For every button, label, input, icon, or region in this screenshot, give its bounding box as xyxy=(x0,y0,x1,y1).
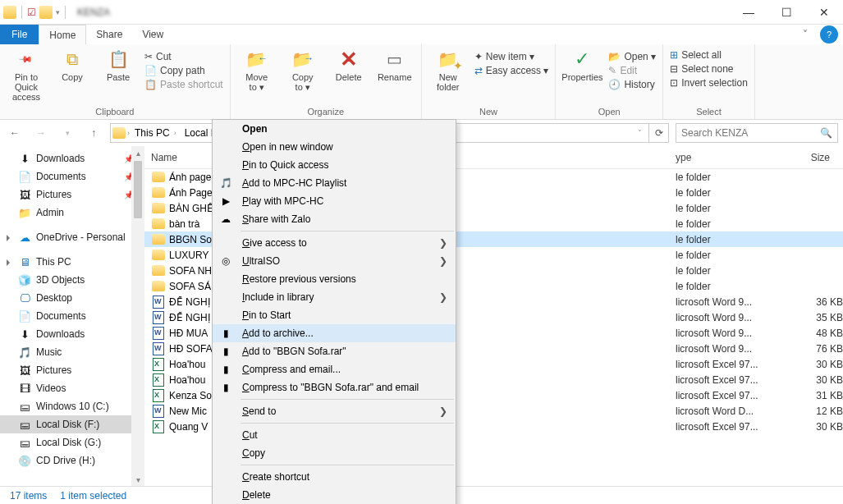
context-menu-item[interactable]: Pin to Quick access xyxy=(213,156,456,174)
scroll-up-button[interactable]: ▴ xyxy=(131,146,144,159)
column-type[interactable]: ype xyxy=(676,152,774,163)
refresh-button[interactable]: ⟳ xyxy=(649,123,669,143)
maximize-button[interactable]: ☐ xyxy=(767,0,805,25)
history-button[interactable]: 🕘History xyxy=(608,79,656,90)
copy-button[interactable]: ⧉Copy xyxy=(53,48,92,82)
select-none-button[interactable]: ⊟Select none xyxy=(670,63,748,75)
paste-shortcut-button[interactable]: 📋Paste shortcut xyxy=(144,79,223,90)
context-menu-item[interactable]: ☁Share with Zalo xyxy=(213,210,456,228)
breadcrumb[interactable]: This PC› xyxy=(131,124,180,142)
close-button[interactable]: ✕ xyxy=(805,0,843,25)
context-menu-item[interactable]: 🎵Add to MPC-HC Playlist xyxy=(213,174,456,192)
nav-item[interactable]: ⬇Downloads📌 xyxy=(0,149,144,167)
nav-item[interactable]: 💿CD Drive (H:) xyxy=(0,451,144,470)
context-menu-item[interactable]: ◎UltraISO❯ xyxy=(213,252,456,270)
nav-item[interactable]: 📁Admin xyxy=(0,204,144,222)
nav-item[interactable]: 🧊3D Objects xyxy=(0,271,144,289)
pic-icon: 🖼 xyxy=(18,188,31,201)
tab-share[interactable]: Share xyxy=(86,25,132,44)
menu-icon: 🎵 xyxy=(219,176,232,190)
pin-quick-access-button[interactable]: 📌Pin to Quick access xyxy=(7,48,46,102)
menu-icon: ▶ xyxy=(219,195,232,208)
nav-item[interactable]: 🎵Music xyxy=(0,343,144,361)
rename-button[interactable]: ▭Rename xyxy=(375,48,415,82)
doc-icon: 📄 xyxy=(18,170,31,183)
context-menu-item[interactable]: ▮Add to archive... xyxy=(213,324,456,342)
scroll-down-button[interactable]: ▾ xyxy=(131,473,144,486)
nav-label: Desktop xyxy=(36,292,72,304)
context-menu-item[interactable]: Create shortcut xyxy=(213,468,456,486)
invert-selection-button[interactable]: ⊡Invert selection xyxy=(670,77,748,89)
minimize-button[interactable]: — xyxy=(730,0,767,25)
move-to-button[interactable]: 📁←Move to ▾ xyxy=(237,48,277,92)
search-input[interactable]: Search KENZA 🔍 xyxy=(676,123,838,143)
nav-item[interactable]: ☁OneDrive - Personal xyxy=(0,228,144,246)
context-menu-item[interactable]: Give access to❯ xyxy=(213,234,456,252)
paste-button[interactable]: 📋Paste xyxy=(99,48,138,82)
divider xyxy=(21,6,22,19)
file-type: le folder xyxy=(676,265,777,277)
new-item-button[interactable]: ✦New item ▾ xyxy=(474,51,549,62)
nav-item[interactable]: 🖼Pictures📌 xyxy=(0,186,144,204)
chevron-right-icon: ❯ xyxy=(439,291,447,303)
tab-home[interactable]: Home xyxy=(39,25,86,44)
ribbon-tabs: File Home Share View ˅ ? xyxy=(0,25,843,44)
file-menu[interactable]: File xyxy=(0,25,39,44)
nav-item[interactable]: 📄Documents📌 xyxy=(0,167,144,186)
nav-item[interactable]: 🖴Local Disk (F:) xyxy=(0,415,144,433)
check-icon[interactable]: ☑ xyxy=(27,7,36,18)
back-button[interactable]: ← xyxy=(5,123,25,143)
nav-item[interactable]: 🖴Windows 10 (C:) xyxy=(0,397,144,415)
file-type: le folder xyxy=(676,234,777,245)
context-menu-item[interactable]: Cut xyxy=(213,426,456,444)
cut-button[interactable]: ✂Cut xyxy=(144,51,223,62)
context-menu-item[interactable]: Open xyxy=(213,120,456,138)
new-folder-button[interactable]: 📁✦New folder xyxy=(428,48,468,92)
context-menu-item[interactable]: Send to❯ xyxy=(213,402,456,420)
nav-label: 3D Objects xyxy=(36,274,85,286)
copy-path-button[interactable]: 📄Copy path xyxy=(144,65,223,76)
chevron-down-icon[interactable]: ˅ xyxy=(633,129,647,137)
context-menu-item[interactable]: ▮Add to "BBGN Sofa.rar" xyxy=(213,342,456,360)
context-menu-item[interactable]: Restore previous versions xyxy=(213,270,456,288)
context-menu-item[interactable]: Delete xyxy=(213,486,456,504)
chevron-right-icon[interactable]: › xyxy=(127,129,130,137)
select-all-button[interactable]: ⊞Select all xyxy=(670,49,748,61)
nav-item[interactable]: 🖼Pictures xyxy=(0,361,144,379)
caret-icon[interactable]: ▾ xyxy=(56,8,60,16)
word-icon xyxy=(151,296,166,309)
forward-button[interactable]: → xyxy=(31,123,51,143)
context-menu-item[interactable]: ▶Play with MPC-HC xyxy=(213,192,456,210)
delete-button[interactable]: ✕Delete xyxy=(329,48,369,82)
context-menu-item[interactable]: ▮Compress and email... xyxy=(213,360,456,378)
nav-item[interactable]: 📄Documents xyxy=(0,307,144,325)
menu-label: Compress and email... xyxy=(242,364,341,375)
scrollbar-thumb[interactable] xyxy=(134,161,142,218)
nav-item[interactable]: 🎞Videos xyxy=(0,379,144,397)
tab-view[interactable]: View xyxy=(132,25,173,44)
properties-button[interactable]: ✓Properties xyxy=(562,48,602,82)
nav-item[interactable]: 🖵Desktop xyxy=(0,289,144,307)
nav-item[interactable]: 🖴Local Disk (G:) xyxy=(0,433,144,451)
nav-item[interactable]: 🖥This PC xyxy=(0,253,144,271)
context-menu-item[interactable]: Pin to Start xyxy=(213,306,456,324)
up-button[interactable]: ↑ xyxy=(84,123,103,143)
file-type: licrosoft Excel 97... xyxy=(676,374,777,386)
context-menu-item[interactable]: ▮Compress to "BBGN Sofa.rar" and email xyxy=(213,378,456,396)
recent-locations-button[interactable]: ▾ xyxy=(57,123,77,143)
column-size[interactable]: Size xyxy=(774,152,843,163)
navigation-pane[interactable]: ⬇Downloads📌📄Documents📌🖼Pictures📌📁Admin☁O… xyxy=(0,146,144,486)
ribbon-collapse-button[interactable]: ˅ xyxy=(795,25,815,44)
context-menu-item[interactable]: Copy xyxy=(213,444,456,462)
open-button[interactable]: 📂Open ▾ xyxy=(608,51,656,62)
context-menu-item[interactable]: Include in library❯ xyxy=(213,288,456,306)
nav-item[interactable]: ⬇Downloads xyxy=(0,325,144,343)
context-menu-item[interactable]: Open in new window xyxy=(213,138,456,156)
easy-access-button[interactable]: ⇄Easy access ▾ xyxy=(474,65,549,76)
nav-label: Documents xyxy=(36,310,86,322)
folder-icon: 📁 xyxy=(18,206,31,219)
edit-button[interactable]: ✎Edit xyxy=(608,65,656,76)
copy-to-button[interactable]: 📁→Copy to ▾ xyxy=(283,48,323,92)
help-button[interactable]: ? xyxy=(820,25,838,44)
nav-label: Admin xyxy=(36,207,64,218)
